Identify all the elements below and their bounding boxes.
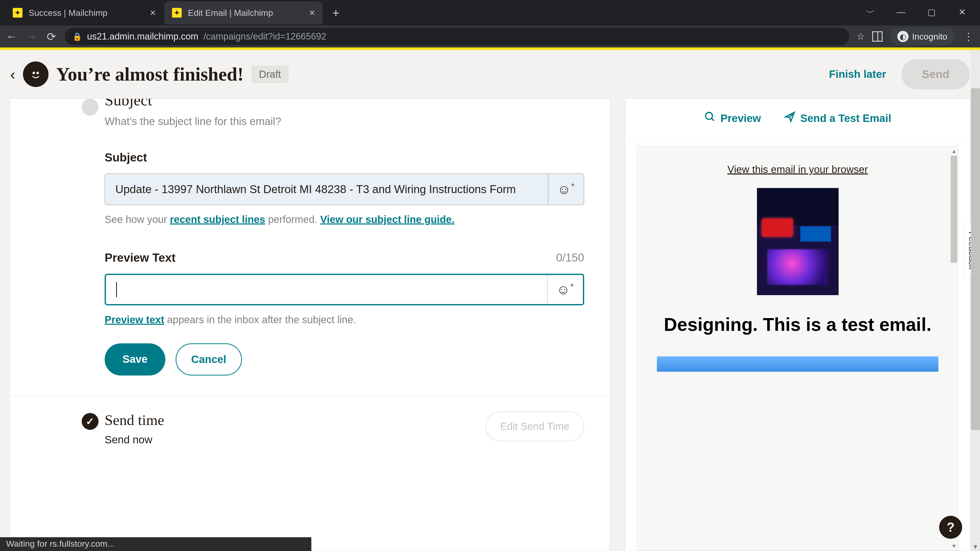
preview-scrollbar-thumb[interactable] [951, 156, 957, 263]
preview-text-input-group: ☺︎+ [105, 274, 584, 305]
new-tab-button[interactable]: + [328, 6, 344, 20]
page-title: You’re almost finished! [56, 64, 244, 85]
chevron-down-icon[interactable]: ﹀ [862, 7, 878, 19]
menu-icon[interactable]: ⋮ [962, 30, 975, 42]
text-caret [116, 282, 117, 297]
paper-plane-icon [784, 111, 796, 125]
svg-point-0 [29, 68, 42, 81]
back-icon[interactable]: ← [5, 30, 18, 43]
email-headline: Designing. This is a test email. [664, 313, 931, 336]
save-button[interactable]: Save [105, 343, 165, 375]
svg-point-2 [36, 72, 39, 74]
subject-card: Subject What's the subject line for this… [10, 98, 610, 551]
url-host: us21.admin.mailchimp.com [87, 31, 198, 42]
subject-input-group: Update - 13997 Northlawn St Detroit MI 4… [105, 173, 584, 205]
minimize-icon[interactable]: — [893, 7, 908, 19]
url-path: /campaigns/edit?id=12665692 [204, 31, 326, 42]
email-banner-image [657, 356, 939, 372]
mailchimp-favicon: ✦ [172, 8, 182, 17]
address-bar[interactable]: 🔒 us21.admin.mailchimp.com/campaigns/edi… [65, 28, 850, 45]
subject-line-guide-link[interactable]: View our subject line guide. [320, 214, 455, 225]
section-heading-subject: Subject [105, 98, 584, 109]
edit-send-time-button[interactable]: Edit Send Time [485, 411, 584, 441]
emoji-picker-button[interactable]: ☺︎+ [548, 174, 584, 205]
section-status-icon [82, 99, 99, 116]
divider [10, 396, 610, 396]
monkey-icon [28, 67, 43, 82]
cancel-button[interactable]: Cancel [176, 343, 242, 375]
subject-input[interactable]: Update - 13997 Northlawn St Detroit MI 4… [105, 174, 548, 205]
status-badge: Draft [251, 65, 289, 83]
mailchimp-favicon: ✦ [13, 8, 22, 17]
browser-tab-edit-email[interactable]: ✦ Edit Email | Mailchimp × [164, 1, 323, 24]
tab-title: Edit Email | Mailchimp [188, 8, 273, 18]
scroll-down-icon[interactable]: ▾ [951, 542, 957, 549]
incognito-label: Incognito [912, 32, 947, 41]
preview-button[interactable]: Preview [704, 111, 761, 125]
svg-point-1 [32, 72, 35, 74]
sidepanel-icon[interactable] [872, 32, 883, 41]
brand-stripe [0, 48, 980, 50]
browser-tabbar: ✦ Success | Mailchimp × ✦ Edit Email | M… [0, 0, 980, 25]
finish-later-link[interactable]: Finish later [829, 68, 886, 80]
browser-status-bar: Waiting for rs.fullstory.com... [0, 537, 311, 551]
close-icon[interactable]: × [309, 7, 315, 18]
app-header: ‹ You’re almost finished! Draft Finish l… [0, 50, 980, 98]
preview-text-counter: 0/150 [556, 251, 584, 264]
close-icon[interactable]: × [150, 7, 156, 18]
email-hero-image [757, 188, 838, 295]
search-icon [704, 111, 716, 125]
preview-text-input[interactable] [106, 275, 547, 304]
help-text: See how your [105, 214, 170, 225]
preview-text-label: Preview Text [105, 251, 176, 265]
email-preview-frame[interactable]: ▴ ▾ View this email in your browser Desi… [637, 146, 959, 551]
send-button[interactable]: Send [901, 59, 970, 89]
check-circle-icon: ✓ [82, 413, 99, 430]
window-controls: ﹀ — ▢ ✕ [862, 7, 975, 19]
recent-subject-lines-link[interactable]: recent subject lines [170, 214, 265, 225]
browser-tab-success[interactable]: ✦ Success | Mailchimp × [5, 1, 163, 24]
page-scrollbar-thumb[interactable] [971, 88, 980, 430]
view-in-browser-link[interactable]: View this email in your browser [727, 164, 868, 175]
help-fab[interactable]: ? [939, 516, 962, 539]
close-window-icon[interactable]: ✕ [955, 7, 970, 19]
preview-text-help: Preview text appears in the inbox after … [105, 314, 584, 326]
maximize-icon[interactable]: ▢ [924, 7, 939, 19]
browser-toolbar: ← → ⟳ 🔒 us21.admin.mailchimp.com/campaig… [0, 25, 980, 48]
sendtime-value: Send now [105, 433, 164, 446]
scroll-down-icon[interactable]: ▾ [971, 542, 980, 551]
tab-title: Success | Mailchimp [29, 8, 107, 18]
forward-icon[interactable]: → [25, 30, 38, 43]
emoji-picker-button[interactable]: ☺︎+ [547, 275, 583, 304]
send-test-email-button[interactable]: Send a Test Email [784, 111, 891, 125]
subject-label: Subject [105, 151, 584, 164]
lock-icon: 🔒 [73, 32, 82, 41]
section-heading-sendtime: Send time [105, 411, 164, 429]
section-subheading: What's the subject line for this email? [105, 115, 584, 127]
help-text: appears in the inbox after the subject l… [164, 314, 356, 325]
subject-help: See how your recent subject lines perfor… [105, 214, 584, 225]
back-button[interactable]: ‹ [10, 65, 15, 83]
incognito-badge[interactable]: ◐ Incognito [890, 28, 955, 45]
send-test-label: Send a Test Email [800, 112, 891, 124]
bookmark-icon[interactable]: ☆ [856, 31, 865, 42]
preview-text-help-link[interactable]: Preview text [105, 314, 164, 325]
reload-icon[interactable]: ⟳ [45, 30, 58, 43]
scroll-up-icon[interactable]: ▴ [951, 148, 957, 154]
svg-point-3 [706, 113, 713, 119]
mailchimp-logo[interactable] [23, 62, 48, 87]
incognito-icon: ◐ [897, 31, 908, 42]
help-text: performed. [265, 214, 320, 225]
preview-panel: Preview Send a Test Email ▴ ▾ View this … [625, 98, 970, 551]
preview-label: Preview [721, 112, 761, 124]
app-root: ‹ You’re almost finished! Draft Finish l… [0, 48, 980, 551]
svg-line-4 [711, 118, 714, 121]
